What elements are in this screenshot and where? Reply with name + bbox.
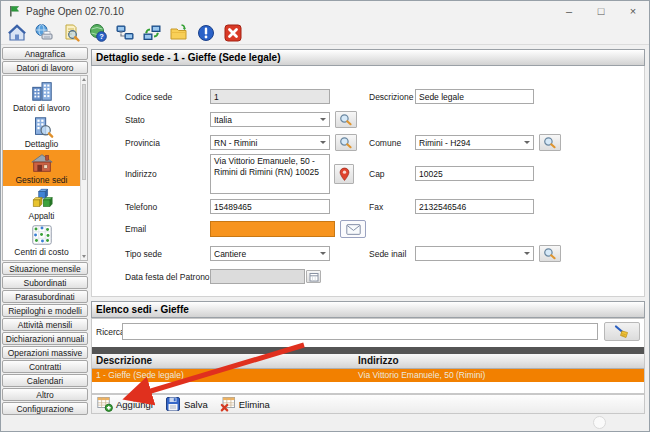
provincia-dropdown[interactable]: RN - Rimini [210,135,330,150]
salva-button[interactable]: Salva [165,396,208,412]
indirizzo-map-button[interactable] [334,164,354,184]
search-icon [339,113,353,126]
module-label: Centri di costo [14,247,68,257]
calendar-icon [309,272,319,282]
column-header-descrizione[interactable]: Descrizione [96,355,152,366]
tipo-sede-dropdown[interactable]: Cantiere [210,246,330,261]
action-bar: Aggiungi Salva Elimina [91,394,645,414]
sede-inail-label: Sede inail [369,249,406,259]
ricerca-label: Ricerca [96,327,125,337]
clear-search-button[interactable] [604,322,640,341]
sede-inail-search-button[interactable] [539,245,561,262]
module-label: Dettaglio [25,139,59,149]
tipo-sede-label: Tipo sede [125,249,162,259]
exit-button[interactable] [222,22,243,43]
sidebar-item-contratti[interactable]: Contratti [2,360,88,373]
module-datori-di-lavoro[interactable]: Datori di lavoro [3,78,80,114]
table-separator [92,347,644,354]
open-folder-button[interactable] [168,22,189,43]
sidebar-item-riepiloghi-e-modelli[interactable]: Riepiloghi e modelli [2,304,88,317]
titlebar: Paghe Open 02.70.10 – □ × [1,1,649,21]
comune-dropdown[interactable]: Rimini - H294 [415,135,534,150]
module-dettaglio[interactable]: Dettaglio [3,114,80,150]
module-centri-di-costo[interactable]: Centri di costo [3,222,80,258]
list-panel: Ricerca Descrizione Indirizzo 1 - Gieffe… [91,318,645,394]
fax-field[interactable] [415,199,534,214]
provincia-label: Provincia [125,138,160,148]
stato-search-button[interactable] [335,111,357,128]
network-icon [115,23,135,43]
scroll-up-icon[interactable] [82,78,86,81]
grid-dots-icon [30,223,54,247]
sidebar-item-operazioni-massive[interactable]: Operazioni massive [2,346,88,359]
data-festa-patrono-calendar-button[interactable] [306,270,321,283]
search-document-button[interactable] [60,22,81,43]
search-document-icon [61,23,81,43]
salva-label: Salva [184,399,208,410]
maximize-button[interactable]: □ [585,1,617,21]
sidebar-item-parasubordinati[interactable]: Parasubordinati [2,290,88,303]
email-label: Email [125,224,146,234]
scrollbar-thumb[interactable] [82,84,86,180]
module-gestione-sedi[interactable]: Gestione sedi [3,150,80,186]
module-appalti[interactable]: Appalti [3,186,80,222]
email-send-button[interactable] [340,220,366,238]
sidebar-item-calendari[interactable]: Calendari [2,374,88,387]
module-panel-scrollbar[interactable] [80,76,87,260]
sync-button[interactable] [141,22,162,43]
table-row[interactable]: 1 - Gieffe (Sede legale) Via Vittorio Em… [92,369,644,382]
help-button[interactable]: ? [87,22,108,43]
sidebar-item-datori-di-lavoro[interactable]: Datori di lavoro [2,61,88,74]
ricerca-input[interactable] [122,323,598,340]
chevron-down-icon [320,252,326,255]
chevron-down-icon [320,118,326,121]
cap-field[interactable] [415,166,534,181]
sidebar-item-dichiarazioni-annuali[interactable]: Dichiarazioni annuali [2,332,88,345]
stato-dropdown[interactable]: Italia [210,112,330,127]
sede-inail-dropdown[interactable] [415,246,534,261]
main-toolbar: ? [1,21,649,45]
descrizione-label: Descrizione [369,92,413,102]
svg-text:?: ? [99,32,104,41]
close-button[interactable]: × [617,1,649,21]
email-field[interactable] [210,221,335,237]
window-title: Paghe Open 02.70.10 [26,6,124,17]
chevron-down-icon [524,252,530,255]
app-flag-icon [8,5,20,17]
minimize-button[interactable]: – [553,1,585,21]
sync-icon [142,23,162,43]
sidebar-item-subordinati[interactable]: Subordinati [2,276,88,289]
module-label: Appalti [29,211,55,221]
network-button[interactable] [114,22,135,43]
detail-section-header: Dettaglio sede - 1 - Gieffe (Sede legale… [91,49,645,66]
codice-sede-field[interactable] [210,89,330,104]
buildings-icon [30,79,54,103]
table-header: Descrizione Indirizzo [92,354,644,369]
sidebar-item-anagrafica[interactable]: Anagrafica [2,47,88,60]
elimina-button[interactable]: Elimina [220,396,270,412]
data-festa-patrono-field[interactable] [210,269,305,284]
sidebar-item-altro[interactable]: Altro [2,388,88,401]
sidebar-item-situazione-mensile[interactable]: Situazione mensile [2,262,88,275]
provincia-search-button[interactable] [335,134,357,151]
info-icon [196,23,216,43]
app-window: Paghe Open 02.70.10 – □ × ? Anagrafica D… [0,0,650,432]
aggiungi-button[interactable]: Aggiungi [97,396,153,412]
web-print-button[interactable] [33,22,54,43]
scroll-down-icon[interactable] [82,255,86,258]
sidebar-item-configurazione[interactable]: Configurazione [2,402,88,415]
indirizzo-field[interactable]: Via Vittorio Emanuele, 50 - Rimini di Ri… [210,154,330,194]
descrizione-field[interactable] [415,89,534,104]
search-icon [543,136,557,149]
stato-label: Stato [125,115,145,125]
sidebar-item-attivita-mensili[interactable]: Attività mensili [2,318,88,331]
cubes-icon [30,187,54,211]
sidebar: Anagrafica Datori di lavoro Datori di la… [1,45,89,431]
chevron-down-icon [320,141,326,144]
comune-search-button[interactable] [539,134,561,151]
telefono-field[interactable] [210,199,330,214]
info-button[interactable] [195,22,216,43]
data-festa-patrono-label: Data festa del Patrono [125,272,210,282]
column-header-indirizzo[interactable]: Indirizzo [358,355,399,366]
home-button[interactable] [6,22,27,43]
